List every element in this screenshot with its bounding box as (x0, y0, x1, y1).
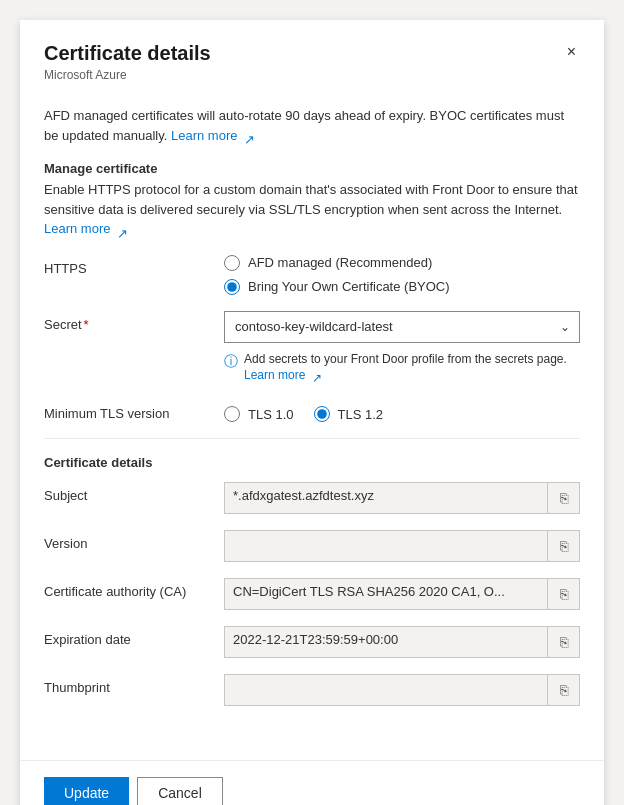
panel-body: AFD managed certificates will auto-rotat… (20, 90, 604, 760)
version-value (224, 530, 548, 562)
expiry-control: 2022-12-21T23:59:59+00:00 ⎘ (224, 626, 580, 658)
ca-copy-button[interactable]: ⎘ (548, 578, 580, 610)
https-options: AFD managed (Recommended) Bring Your Own… (224, 255, 580, 295)
manage-cert-title: Manage certificate (44, 161, 580, 176)
update-button[interactable]: Update (44, 777, 129, 805)
secret-select-wrapper: contoso-key-wildcard-latest ⌄ (224, 311, 580, 343)
manage-cert-desc: Enable HTTPS protocol for a custom domai… (44, 180, 580, 239)
subject-field: *.afdxgatest.azfdtest.xyz ⎘ (224, 482, 580, 514)
ca-label: Certificate authority (CA) (44, 578, 224, 599)
thumbprint-field: ⎘ (224, 674, 580, 706)
ca-value: CN=DigiCert TLS RSA SHA256 2020 CA1, O..… (224, 578, 548, 610)
ca-field: CN=DigiCert TLS RSA SHA256 2020 CA1, O..… (224, 578, 580, 610)
required-star: * (84, 317, 89, 332)
radio-byoc[interactable]: Bring Your Own Certificate (BYOC) (224, 279, 580, 295)
auto-rotate-info: AFD managed certificates will auto-rotat… (44, 106, 580, 145)
radio-afd-input[interactable] (224, 255, 240, 271)
thumbprint-label: Thumbprint (44, 674, 224, 695)
tls10-label: TLS 1.0 (248, 407, 294, 422)
subject-value: *.afdxgatest.azfdtest.xyz (224, 482, 548, 514)
cancel-button[interactable]: Cancel (137, 777, 223, 805)
thumbprint-row: Thumbprint ⎘ (44, 674, 580, 706)
info-icon: ⓘ (224, 352, 238, 372)
expiry-field: 2022-12-21T23:59:59+00:00 ⎘ (224, 626, 580, 658)
https-label: HTTPS (44, 255, 224, 276)
learn-more-link-1[interactable]: Learn more ↗ (171, 128, 256, 143)
certificate-details-panel: Certificate details Microsoft Azure × AF… (20, 20, 604, 805)
secret-hint: ⓘ Add secrets to your Front Door profile… (224, 351, 580, 385)
secret-row: Secret* contoso-key-wildcard-latest ⌄ ⓘ … (44, 311, 580, 385)
panel-footer: Update Cancel (20, 760, 604, 805)
copy-icon-version: ⎘ (560, 538, 568, 554)
subject-row: Subject *.afdxgatest.azfdtest.xyz ⎘ (44, 482, 580, 514)
radio-afd-label: AFD managed (Recommended) (248, 255, 432, 270)
close-button[interactable]: × (563, 40, 580, 64)
cert-details-title: Certificate details (44, 455, 580, 470)
version-label: Version (44, 530, 224, 551)
secret-select[interactable]: contoso-key-wildcard-latest (224, 311, 580, 343)
version-copy-button[interactable]: ⎘ (548, 530, 580, 562)
divider (44, 438, 580, 439)
ca-control: CN=DigiCert TLS RSA SHA256 2020 CA1, O..… (224, 578, 580, 610)
copy-icon-ca: ⎘ (560, 586, 568, 602)
radio-byoc-input[interactable] (224, 279, 240, 295)
tls-options: TLS 1.0 TLS 1.2 (224, 400, 580, 422)
expiry-row: Expiration date 2022-12-21T23:59:59+00:0… (44, 626, 580, 658)
panel-subtitle: Microsoft Azure (44, 68, 211, 82)
radio-byoc-label: Bring Your Own Certificate (BYOC) (248, 279, 450, 294)
version-control: ⎘ (224, 530, 580, 562)
tls12-label: TLS 1.2 (338, 407, 384, 422)
external-link-icon-2: ↗ (117, 224, 129, 236)
radio-afd-managed[interactable]: AFD managed (Recommended) (224, 255, 580, 271)
tls-row: Minimum TLS version TLS 1.0 TLS 1.2 (44, 400, 580, 422)
subject-control: *.afdxgatest.azfdtest.xyz ⎘ (224, 482, 580, 514)
expiry-copy-button[interactable]: ⎘ (548, 626, 580, 658)
secret-control: contoso-key-wildcard-latest ⌄ ⓘ Add secr… (224, 311, 580, 385)
learn-more-link-2[interactable]: Learn more ↗ (44, 221, 129, 236)
tls-label: Minimum TLS version (44, 400, 224, 421)
subject-label: Subject (44, 482, 224, 503)
title-group: Certificate details Microsoft Azure (44, 40, 211, 82)
tls-radio-group: TLS 1.0 TLS 1.2 (224, 400, 580, 422)
external-link-icon-3: ↗ (312, 370, 324, 382)
copy-icon-expiry: ⎘ (560, 634, 568, 650)
expiry-label: Expiration date (44, 626, 224, 647)
copy-icon-subject: ⎘ (560, 490, 568, 506)
thumbprint-control: ⎘ (224, 674, 580, 706)
expiry-value: 2022-12-21T23:59:59+00:00 (224, 626, 548, 658)
version-field: ⎘ (224, 530, 580, 562)
radio-tls-12[interactable]: TLS 1.2 (314, 406, 384, 422)
thumbprint-copy-button[interactable]: ⎘ (548, 674, 580, 706)
subject-copy-button[interactable]: ⎘ (548, 482, 580, 514)
https-radio-group: AFD managed (Recommended) Bring Your Own… (224, 255, 580, 295)
panel-header: Certificate details Microsoft Azure × (20, 20, 604, 90)
thumbprint-value (224, 674, 548, 706)
https-row: HTTPS AFD managed (Recommended) Bring Yo… (44, 255, 580, 295)
ca-row: Certificate authority (CA) CN=DigiCert T… (44, 578, 580, 610)
radio-tls-10[interactable]: TLS 1.0 (224, 406, 294, 422)
external-link-icon-1: ↗ (244, 130, 256, 142)
learn-more-link-3[interactable]: Learn more ↗ (244, 368, 324, 382)
radio-tls10-input[interactable] (224, 406, 240, 422)
panel-title: Certificate details (44, 40, 211, 66)
copy-icon-thumbprint: ⎘ (560, 682, 568, 698)
version-row: Version ⎘ (44, 530, 580, 562)
radio-tls12-input[interactable] (314, 406, 330, 422)
secret-label: Secret* (44, 311, 224, 332)
